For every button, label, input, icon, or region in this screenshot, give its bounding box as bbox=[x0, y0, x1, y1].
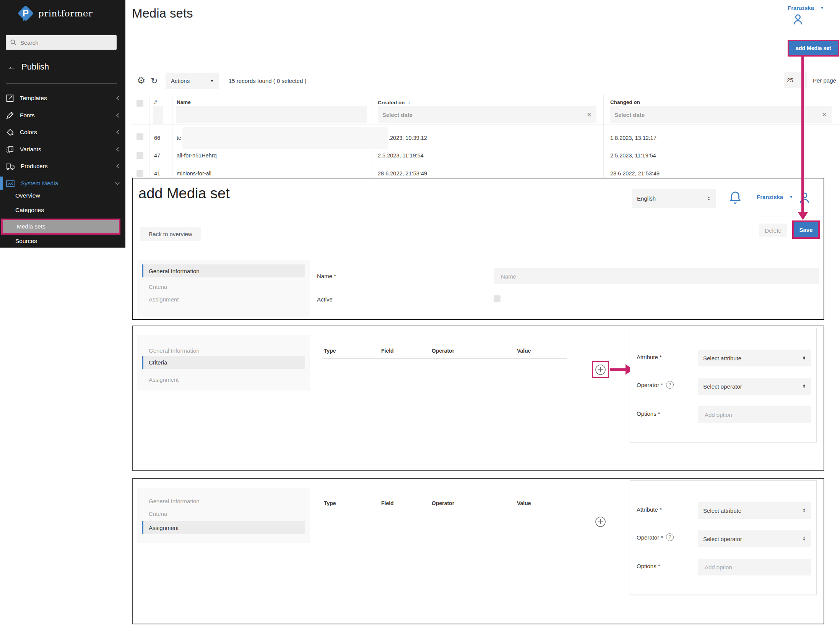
column-header-created[interactable]: Created on ↓ bbox=[378, 99, 411, 105]
active-checkbox[interactable] bbox=[494, 295, 500, 302]
tab-criteria[interactable]: Criteria bbox=[149, 510, 167, 517]
settings-gear-icon[interactable]: ⚙ bbox=[137, 75, 145, 86]
operator-select[interactable]: Select operator ▲▼ bbox=[698, 378, 811, 395]
clear-filter-icon[interactable]: ✕ bbox=[587, 111, 592, 119]
language-select[interactable]: English ▲▼ bbox=[632, 189, 716, 208]
section-label: Publish bbox=[21, 62, 49, 72]
name-filter[interactable] bbox=[176, 106, 367, 123]
colors-icon bbox=[5, 128, 15, 137]
criteria-col-type: Type bbox=[324, 500, 336, 506]
changed-filter-input[interactable] bbox=[614, 112, 822, 118]
tab-general-information[interactable]: General Information bbox=[149, 498, 200, 504]
sidebar-item-overview[interactable]: Overview bbox=[15, 192, 40, 199]
help-icon[interactable]: ? bbox=[666, 381, 674, 389]
sidebar-item-variants[interactable]: Variants bbox=[0, 141, 125, 158]
help-icon[interactable]: ? bbox=[666, 533, 674, 541]
svg-text:P: P bbox=[23, 8, 29, 18]
sidebar-item-templates[interactable]: Templates bbox=[0, 90, 125, 107]
search-input[interactable] bbox=[20, 39, 113, 46]
add-assignment-button[interactable] bbox=[595, 517, 606, 527]
clear-filter-icon[interactable]: ✕ bbox=[822, 111, 827, 119]
tab-criteria[interactable]: Criteria bbox=[149, 284, 167, 290]
criteria-panel: General Information Criteria Assignment … bbox=[132, 326, 824, 471]
options-input[interactable] bbox=[705, 412, 804, 418]
column-header-changed[interactable]: Changed on bbox=[610, 99, 640, 105]
criteria-col-operator: Operator bbox=[432, 500, 454, 506]
add-media-set-button[interactable]: add Media set bbox=[789, 41, 838, 55]
tab-general-information[interactable]: General Information bbox=[142, 264, 305, 277]
delete-button[interactable]: Delete bbox=[759, 224, 787, 237]
tab-assignment[interactable]: Assignment bbox=[149, 376, 179, 383]
name-label: Name * bbox=[317, 273, 336, 279]
attribute-select[interactable]: Select attribute ▲▼ bbox=[698, 502, 811, 519]
sidebar-divider bbox=[6, 83, 117, 84]
records-count: 15 records found ( 0 selected ) bbox=[229, 78, 306, 84]
save-button[interactable]: Save bbox=[794, 222, 818, 237]
annotation-arrow-line bbox=[610, 368, 626, 371]
sidebar-item-colors[interactable]: Colors bbox=[0, 124, 125, 141]
select-all-checkbox[interactable] bbox=[136, 100, 143, 107]
cell-created: 2.5.2023, 11:19:54 bbox=[378, 152, 424, 159]
options-field[interactable] bbox=[698, 406, 811, 423]
sidebar-item-label: Variants bbox=[20, 146, 115, 153]
operator-select[interactable]: Select operator ▲▼ bbox=[698, 530, 811, 547]
table-row[interactable]: 47 all-for-n51Hehrq 2.5.2023, 11:19:54 2… bbox=[132, 146, 840, 164]
options-field[interactable] bbox=[698, 559, 811, 575]
row-checkbox[interactable] bbox=[136, 170, 143, 177]
tab-criteria[interactable]: Criteria bbox=[142, 356, 305, 369]
sidebar-item-categories[interactable]: Categories bbox=[15, 207, 44, 214]
criteria-table-divider bbox=[322, 511, 567, 511]
created-filter-input[interactable] bbox=[382, 112, 587, 118]
actions-dropdown[interactable]: Actions ▼ bbox=[166, 73, 219, 89]
tab-general-information[interactable]: General Information bbox=[149, 347, 200, 354]
sidebar-search[interactable] bbox=[6, 35, 117, 50]
logo[interactable]: P printformer bbox=[17, 5, 93, 22]
operator-label: Operator * bbox=[637, 382, 663, 388]
created-date-filter[interactable]: ✕ bbox=[378, 106, 596, 123]
notifications-bell-icon[interactable] bbox=[728, 190, 743, 206]
attribute-select[interactable]: Select attribute ▲▼ bbox=[698, 350, 811, 366]
num-filter[interactable] bbox=[153, 106, 163, 124]
back-to-overview-button[interactable]: Back to overview bbox=[140, 227, 201, 241]
row-checkbox[interactable] bbox=[136, 133, 143, 140]
name-filter-input[interactable] bbox=[181, 112, 362, 118]
options-label: Options * bbox=[637, 410, 660, 417]
changed-date-filter[interactable]: ✕ bbox=[610, 106, 832, 123]
panel-tabs: General Information Criteria Assignment bbox=[137, 488, 310, 543]
user-menu[interactable]: Franziska ▼ bbox=[788, 5, 824, 11]
cell-num: 41 bbox=[154, 170, 160, 177]
caret-down-icon: ▼ bbox=[789, 195, 793, 199]
cell-name: all-for-n51Hehrq bbox=[177, 152, 217, 159]
refresh-icon[interactable]: ↻ bbox=[151, 76, 158, 86]
name-field[interactable] bbox=[494, 268, 819, 284]
cell-changed: 1.8.2023, 13:12:17 bbox=[610, 135, 656, 141]
assignment-panel: General Information Criteria Assignment … bbox=[132, 478, 824, 624]
table-row[interactable]: 66 te .2023, 10:39:12 1.8.2023, 13:12:17 bbox=[132, 125, 840, 146]
cell-changed: 28.6.2022, 21:53:49 bbox=[610, 170, 660, 177]
chevron-left-icon bbox=[115, 96, 120, 101]
row-checkbox[interactable] bbox=[136, 152, 143, 159]
add-criterion-button[interactable] bbox=[595, 365, 606, 375]
tab-assignment[interactable]: Assignment bbox=[142, 521, 305, 534]
criteria-col-type: Type bbox=[324, 348, 336, 354]
sidebar-item-media-sets[interactable]: Media sets bbox=[3, 220, 119, 233]
media-sets-highlight: Media sets bbox=[1, 219, 120, 235]
user-avatar-icon[interactable] bbox=[791, 12, 805, 27]
name-input[interactable] bbox=[501, 273, 812, 280]
column-header-num[interactable]: # bbox=[154, 99, 157, 105]
attribute-label: Attribute * bbox=[637, 506, 662, 513]
criteria-col-field: Field bbox=[381, 500, 394, 506]
panel-user-avatar-icon[interactable] bbox=[797, 190, 812, 206]
options-input[interactable] bbox=[705, 564, 804, 570]
sidebar-item-sources[interactable]: Sources bbox=[15, 238, 37, 245]
sidebar-item-system-media[interactable]: System Media bbox=[0, 175, 125, 192]
panel-user-menu[interactable]: Franziska ▼ bbox=[757, 194, 793, 200]
sidebar-item-producers[interactable]: Producers bbox=[0, 158, 125, 175]
page: P printformer ← Publish Templates Fonts bbox=[0, 0, 840, 632]
chevron-down-icon bbox=[115, 181, 120, 186]
column-header-name[interactable]: Name bbox=[177, 99, 191, 105]
back-to-publish[interactable]: ← Publish bbox=[8, 62, 49, 72]
back-arrow-icon: ← bbox=[8, 62, 16, 72]
tab-assignment[interactable]: Assignment bbox=[149, 296, 179, 303]
sidebar-item-fonts[interactable]: Fonts bbox=[0, 107, 125, 124]
